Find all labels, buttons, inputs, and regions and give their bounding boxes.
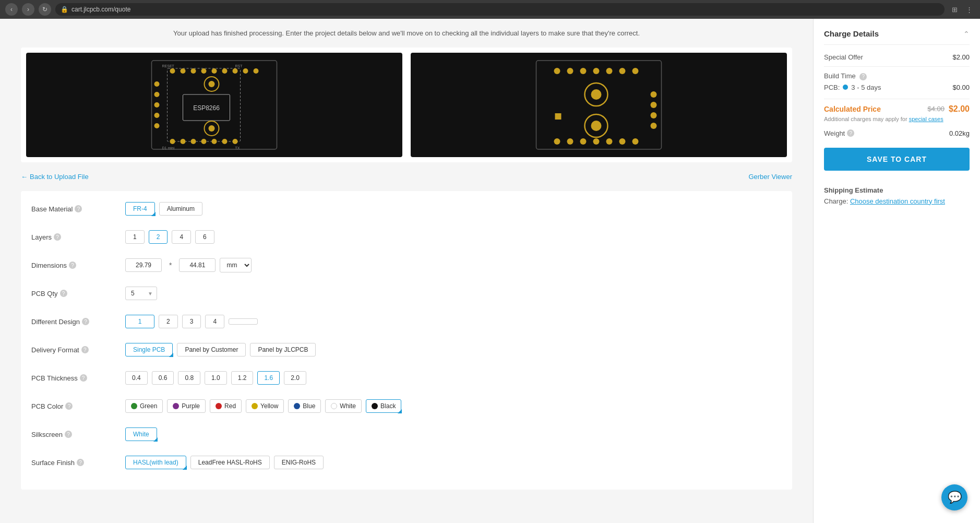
choose-country-link[interactable]: Choose destination country first bbox=[850, 197, 945, 205]
right-sidebar: Charge Details ⌃ Special Offer $2.00 Bui… bbox=[813, 19, 980, 523]
layers-1[interactable]: 1 bbox=[125, 230, 145, 244]
delivery-format-row: Delivery Format ? Single PCB Panel by Cu… bbox=[31, 340, 782, 359]
svg-point-10 bbox=[222, 68, 228, 74]
base-material-help[interactable]: ? bbox=[75, 205, 82, 212]
svg-point-51 bbox=[591, 89, 602, 100]
old-price: $4.00 bbox=[927, 105, 945, 113]
color-dot-purple bbox=[173, 403, 179, 409]
calculated-price-header-row: Calculated Price $4.00 $2.00 bbox=[824, 104, 970, 114]
forward-button[interactable]: › bbox=[22, 3, 34, 16]
svg-point-18 bbox=[212, 139, 217, 144]
diff-design-2[interactable]: 2 bbox=[159, 315, 178, 328]
different-design-options: 2 3 4 bbox=[125, 315, 258, 328]
build-time-row: Build Time ? PCB: 3 - 5 days $0.00 bbox=[824, 72, 970, 91]
svg-point-19 bbox=[222, 139, 228, 144]
diff-design-1[interactable] bbox=[125, 315, 154, 328]
color-dot-blue bbox=[294, 403, 300, 409]
charge-details-title: Charge Details bbox=[824, 29, 879, 38]
diff-design-extra[interactable] bbox=[229, 318, 258, 325]
surface-hasl-leadfree[interactable]: LeadFree HASL-RoHS bbox=[190, 456, 270, 469]
chat-button[interactable]: 💬 bbox=[941, 484, 967, 510]
layers-2[interactable]: 2 bbox=[149, 230, 168, 244]
surface-enig[interactable]: ENIG-RoHS bbox=[274, 456, 324, 469]
color-white[interactable]: White bbox=[325, 399, 362, 413]
delivery-panel-jlcpcb[interactable]: Panel by JLCPCB bbox=[250, 343, 316, 356]
silkscreen-white[interactable]: White bbox=[125, 427, 157, 441]
svg-point-9 bbox=[212, 68, 217, 74]
reload-button[interactable]: ↻ bbox=[39, 3, 51, 16]
pcb-previews: ESP8266 bbox=[21, 47, 792, 162]
thickness-12[interactable]: 1.2 bbox=[231, 371, 254, 385]
extensions-icon[interactable]: ⊞ bbox=[949, 4, 960, 15]
pcb-thickness-help[interactable]: ? bbox=[80, 374, 87, 382]
color-purple[interactable]: Purple bbox=[167, 399, 206, 413]
base-material-row: Base Material ? FR-4 Aluminum bbox=[31, 199, 782, 218]
svg-point-43 bbox=[554, 138, 560, 145]
silkscreen-help[interactable]: ? bbox=[65, 431, 72, 438]
color-green[interactable]: Green bbox=[125, 399, 163, 413]
gerber-viewer-link[interactable]: Gerber Viewer bbox=[748, 173, 792, 181]
menu-icon[interactable]: ⋮ bbox=[963, 4, 975, 15]
svg-point-22 bbox=[154, 92, 160, 97]
pcb-qty-help[interactable]: ? bbox=[60, 290, 67, 297]
svg-point-16 bbox=[191, 139, 196, 144]
svg-point-49 bbox=[632, 138, 639, 145]
base-material-aluminum[interactable]: Aluminum bbox=[159, 202, 202, 216]
color-yellow[interactable]: Yellow bbox=[246, 399, 284, 413]
diff-design-3[interactable]: 3 bbox=[182, 315, 201, 328]
pcb-qty-select[interactable]: 5 10 15 20 25 30 50 100 bbox=[125, 287, 157, 300]
thickness-16[interactable]: 1.6 bbox=[257, 371, 280, 385]
color-black[interactable]: Black bbox=[366, 399, 401, 413]
thickness-06[interactable]: 0.6 bbox=[152, 371, 174, 385]
collapse-icon[interactable]: ⌃ bbox=[963, 30, 970, 38]
build-time-help[interactable]: ? bbox=[859, 73, 867, 80]
weight-help[interactable]: ? bbox=[847, 129, 854, 137]
back-to-upload-link[interactable]: ← Back to Upload File bbox=[21, 173, 89, 181]
pcb-color-row: PCB Color ? Green Purple Red bbox=[31, 397, 782, 415]
svg-text:TX: TX bbox=[235, 146, 240, 150]
base-material-fr4[interactable]: FR-4 bbox=[125, 202, 155, 216]
thickness-20[interactable]: 2.0 bbox=[284, 371, 306, 385]
color-blue[interactable]: Blue bbox=[288, 399, 321, 413]
different-design-help[interactable]: ? bbox=[82, 318, 89, 325]
dimension-width[interactable] bbox=[125, 258, 162, 272]
pcb-thickness-label: PCB Thickness ? bbox=[31, 374, 125, 382]
pcb-thickness-row: PCB Thickness ? 0.4 0.6 0.8 1.0 1.2 1.6 … bbox=[31, 369, 782, 387]
layers-row: Layers ? 1 2 4 6 bbox=[31, 228, 782, 246]
thickness-04[interactable]: 0.4 bbox=[125, 371, 148, 385]
back-button[interactable]: ‹ bbox=[5, 3, 18, 16]
layers-4[interactable]: 4 bbox=[172, 230, 191, 244]
layers-options: 1 2 4 6 bbox=[125, 230, 214, 244]
dimension-unit[interactable]: mm inch bbox=[220, 258, 252, 272]
dimensions-help[interactable]: ? bbox=[69, 262, 76, 269]
svg-point-47 bbox=[606, 138, 613, 145]
svg-point-17 bbox=[201, 139, 207, 144]
surface-finish-help[interactable]: ? bbox=[77, 459, 84, 466]
divider-2 bbox=[824, 99, 970, 99]
pcb-qty-options: 5 10 15 20 25 30 50 100 ▼ bbox=[125, 287, 157, 300]
surface-hasl-lead[interactable]: HASL(with lead) bbox=[125, 456, 186, 469]
dimensions-inputs: * mm inch bbox=[125, 258, 252, 272]
shipping-estimate: Shipping Estimate Charge: Choose destina… bbox=[824, 186, 970, 205]
calc-price-values: $4.00 $2.00 bbox=[927, 104, 970, 114]
surface-finish-options: HASL(with lead) LeadFree HASL-RoHS ENIG-… bbox=[125, 456, 324, 469]
special-cases-link[interactable]: special cases bbox=[909, 116, 943, 122]
pcb-color-help[interactable]: ? bbox=[65, 402, 73, 410]
dimension-height[interactable] bbox=[179, 258, 216, 272]
thickness-10[interactable]: 1.0 bbox=[205, 371, 227, 385]
svg-point-57 bbox=[651, 112, 657, 118]
thickness-08[interactable]: 0.8 bbox=[178, 371, 200, 385]
weight-row: Weight ? 0.02kg bbox=[824, 129, 970, 137]
delivery-panel-customer[interactable]: Panel by Customer bbox=[177, 343, 246, 356]
delivery-single-pcb[interactable]: Single PCB bbox=[125, 343, 173, 356]
layers-help[interactable]: ? bbox=[54, 233, 61, 241]
color-red[interactable]: Red bbox=[210, 399, 242, 413]
delivery-format-help[interactable]: ? bbox=[81, 346, 89, 353]
different-design-row: Different Design ? 2 3 4 bbox=[31, 312, 782, 331]
diff-design-4[interactable]: 4 bbox=[205, 315, 224, 328]
url-bar[interactable]: 🔒 cart.jlcpcb.com/quote bbox=[55, 3, 945, 16]
layers-6[interactable]: 6 bbox=[195, 230, 214, 244]
save-to-cart-button[interactable]: SAVE TO CART bbox=[824, 148, 970, 171]
qty-select-wrapper: 5 10 15 20 25 30 50 100 ▼ bbox=[125, 287, 157, 300]
svg-text:RST: RST bbox=[235, 64, 243, 68]
